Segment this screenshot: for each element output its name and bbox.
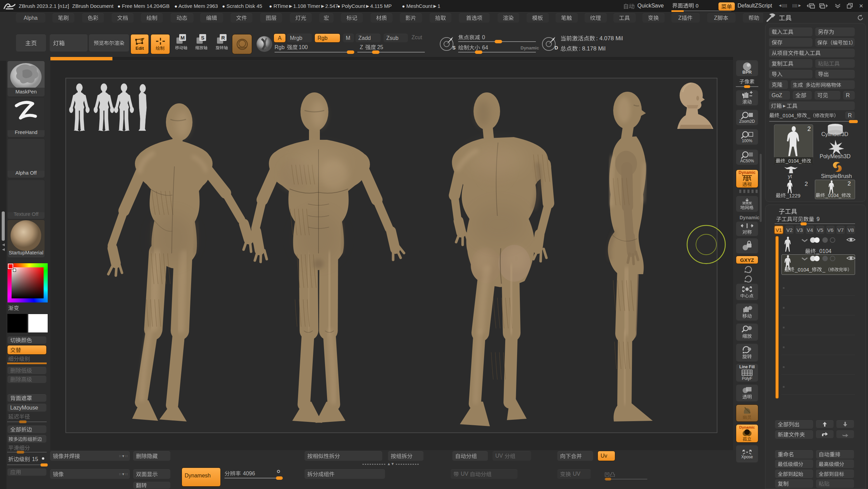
svg-text:y: y [749,269,751,273]
svg-text:z: z [749,279,751,283]
svg-text:D: D [555,45,558,50]
svg-text:S: S [452,45,455,50]
svg-text:R: R [221,35,225,41]
svg-text:M: M [181,35,185,41]
svg-text:S: S [201,35,204,41]
